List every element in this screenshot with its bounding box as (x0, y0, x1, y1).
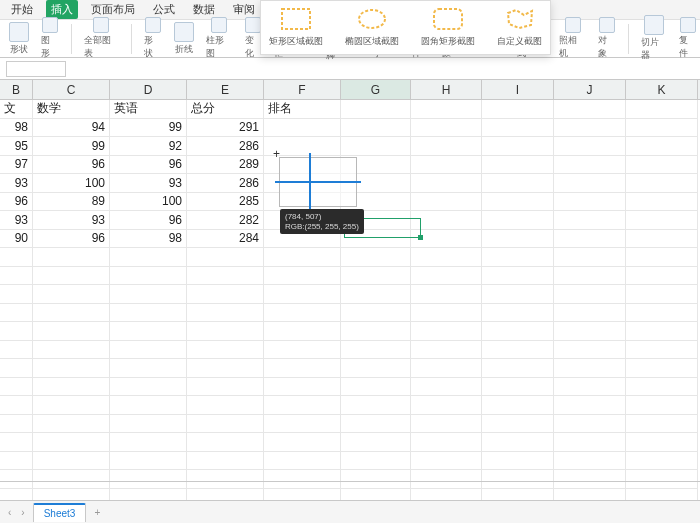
cell[interactable]: 98 (110, 230, 187, 249)
cell[interactable]: 93 (33, 211, 110, 230)
ribbon-group[interactable]: 照相机 (556, 17, 589, 60)
cell[interactable] (554, 211, 626, 230)
cell[interactable] (0, 322, 33, 341)
cell[interactable]: 286 (187, 174, 264, 193)
cell[interactable]: 99 (33, 137, 110, 156)
cell[interactable] (411, 452, 482, 471)
cell[interactable] (626, 415, 698, 434)
cell[interactable] (33, 267, 110, 286)
column-header[interactable]: K (626, 80, 698, 99)
cell[interactable] (264, 304, 341, 323)
cell[interactable] (482, 193, 554, 212)
cell[interactable] (187, 470, 264, 489)
cell[interactable] (482, 396, 554, 415)
cell[interactable] (626, 470, 698, 489)
cell[interactable]: 284 (187, 230, 264, 249)
cell[interactable]: 96 (110, 211, 187, 230)
cell[interactable] (110, 341, 187, 360)
cell[interactable] (554, 285, 626, 304)
cell[interactable] (264, 322, 341, 341)
custom-capture[interactable]: 自定义截图 (497, 5, 542, 48)
cell[interactable] (626, 433, 698, 452)
cell[interactable]: 英语 (110, 100, 187, 119)
cell[interactable] (341, 285, 411, 304)
cell[interactable] (411, 267, 482, 286)
cell[interactable]: 94 (33, 119, 110, 138)
cell[interactable]: 100 (33, 174, 110, 193)
cell[interactable] (626, 174, 698, 193)
ribbon-group[interactable]: 形状 (141, 17, 165, 60)
name-box[interactable] (6, 61, 66, 77)
cell[interactable] (187, 415, 264, 434)
cell[interactable] (33, 322, 110, 341)
cell[interactable] (187, 341, 264, 360)
cell[interactable]: 90 (0, 230, 33, 249)
ribbon-group[interactable]: 切片器 (638, 15, 671, 62)
cell[interactable] (626, 248, 698, 267)
cell[interactable] (482, 304, 554, 323)
cell[interactable] (33, 452, 110, 471)
cell[interactable] (482, 285, 554, 304)
cell[interactable]: 92 (110, 137, 187, 156)
cell[interactable] (264, 119, 341, 138)
cell[interactable]: 93 (110, 174, 187, 193)
cell[interactable] (33, 433, 110, 452)
column-header[interactable]: B (0, 80, 33, 99)
cell[interactable] (264, 137, 341, 156)
cell[interactable] (187, 248, 264, 267)
cell[interactable] (411, 396, 482, 415)
cell[interactable] (626, 304, 698, 323)
cell[interactable]: 93 (0, 174, 33, 193)
cell[interactable]: 93 (0, 211, 33, 230)
cell[interactable] (264, 174, 341, 193)
cell[interactable] (626, 156, 698, 175)
cell[interactable] (341, 267, 411, 286)
cell[interactable]: 89 (33, 193, 110, 212)
cell[interactable] (341, 304, 411, 323)
cell[interactable] (33, 304, 110, 323)
cell[interactable]: 文 (0, 100, 33, 119)
cell[interactable] (264, 415, 341, 434)
cell[interactable] (110, 248, 187, 267)
column-header[interactable]: D (110, 80, 187, 99)
cell[interactable] (110, 304, 187, 323)
column-header[interactable]: H (411, 80, 482, 99)
cell[interactable] (411, 285, 482, 304)
cell[interactable] (341, 341, 411, 360)
cell[interactable] (264, 396, 341, 415)
cell[interactable] (187, 396, 264, 415)
column-header[interactable]: E (187, 80, 264, 99)
cell[interactable] (33, 470, 110, 489)
cell[interactable] (187, 322, 264, 341)
cell[interactable] (0, 248, 33, 267)
cell[interactable] (554, 415, 626, 434)
cell[interactable] (0, 378, 33, 397)
ribbon-group[interactable]: 形状 (6, 22, 32, 56)
cell[interactable] (187, 452, 264, 471)
ribbon-group[interactable]: 折线 (171, 22, 197, 56)
cell[interactable]: 98 (0, 119, 33, 138)
cell[interactable] (411, 211, 482, 230)
cell[interactable] (482, 341, 554, 360)
cell[interactable]: 97 (0, 156, 33, 175)
ribbon-group[interactable]: 全部图表 (81, 17, 123, 60)
cell[interactable] (411, 193, 482, 212)
cell[interactable] (110, 470, 187, 489)
cell[interactable] (411, 137, 482, 156)
cell[interactable] (110, 452, 187, 471)
ellipse-region-capture[interactable]: 椭圆区域截图 (345, 5, 399, 48)
cell[interactable] (482, 359, 554, 378)
cell[interactable] (482, 156, 554, 175)
cell[interactable]: 96 (0, 193, 33, 212)
cell[interactable] (482, 322, 554, 341)
cell[interactable]: 排名 (264, 100, 341, 119)
cell[interactable] (482, 230, 554, 249)
cell[interactable] (411, 415, 482, 434)
cell[interactable] (411, 322, 482, 341)
cell[interactable] (626, 193, 698, 212)
cell[interactable] (110, 267, 187, 286)
cell[interactable] (187, 359, 264, 378)
cell[interactable] (411, 359, 482, 378)
cell[interactable] (341, 378, 411, 397)
cell[interactable] (33, 396, 110, 415)
